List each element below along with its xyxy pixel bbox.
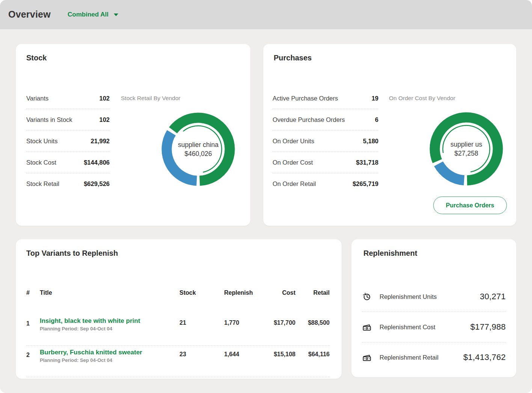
stat-label: Active Purchase Orders xyxy=(273,95,338,102)
replenishment-row-label: Replenishment Cost xyxy=(380,324,436,331)
stat-row: On Order Units 5,180 xyxy=(273,130,378,152)
stat-label: Variants in Stock xyxy=(26,116,72,123)
variant-title-link[interactable]: Insight, black tee with white print xyxy=(40,317,140,325)
top-variants-card: Top Variants to Replenish # Title Stock … xyxy=(16,239,342,379)
replenishment-row: Replenishment Units 30,271 xyxy=(362,282,506,312)
stock-retail-donut-chart[interactable]: supplier china $460,026 xyxy=(161,112,236,187)
donut-center-label-group: supplier us $27,258 xyxy=(429,111,504,186)
stat-value: $629,526 xyxy=(84,180,110,188)
replenishment-list: Replenishment Units 30,271 Replenishment… xyxy=(362,282,506,372)
stat-row: Stock Cost $144,806 xyxy=(26,152,110,173)
stat-label: On Order Units xyxy=(273,138,314,145)
connection-filter-dropdown[interactable]: Combined All xyxy=(68,11,118,18)
column-header-index: # xyxy=(26,290,30,296)
column-header-title: Title xyxy=(40,290,52,296)
stat-label: On Order Retail xyxy=(273,180,316,188)
cost-cell: $15,108 xyxy=(258,351,295,358)
replenishment-row-value: $1,413,762 xyxy=(463,352,506,362)
stat-row: Active Purchase Orders 19 xyxy=(273,88,378,109)
stat-row: Stock Retail $629,526 xyxy=(26,173,110,194)
replenishment-row-value: 30,271 xyxy=(480,292,506,302)
purchases-chart-caption: On Order Cost By Vendor xyxy=(389,95,455,102)
stat-row: Variants in Stock 102 xyxy=(26,109,110,130)
cost-cell: $17,700 xyxy=(258,320,295,326)
table-row: 2 Burberry, Fuschia knitted sweater Plan… xyxy=(26,346,330,377)
replenishment-card: Replenishment Replenishment Units 30,271 xyxy=(351,239,516,377)
variant-title-link[interactable]: Burberry, Fuschia knitted sweater xyxy=(40,349,142,356)
stock-cell: 23 xyxy=(179,351,186,358)
purchases-stats-list: Active Purchase Orders 19 Overdue Purcha… xyxy=(273,88,378,194)
column-header-replenish: Replenish xyxy=(224,290,253,296)
replenishment-title: Replenishment xyxy=(363,249,417,258)
replenishment-row-value: $177,988 xyxy=(470,322,506,332)
retail-cell: $88,500 xyxy=(296,320,330,326)
stat-value: $31,718 xyxy=(356,159,378,166)
stock-cell: 21 xyxy=(179,320,186,326)
stat-label: Overdue Purchase Orders xyxy=(273,116,345,123)
stat-row: On Order Retail $265,719 xyxy=(273,173,378,194)
stat-value: 102 xyxy=(99,116,110,123)
top-bar: Overview Combined All xyxy=(0,0,532,29)
chevron-down-icon xyxy=(114,14,118,16)
donut-vendor-name: supplier us xyxy=(451,141,482,148)
overview-page: Overview Combined All Stock Variants 102… xyxy=(0,0,532,393)
purchases-card: Purchases Active Purchase Orders 19 Over… xyxy=(263,44,516,226)
stat-label: Stock Units xyxy=(26,138,57,145)
row-index: 1 xyxy=(26,320,30,327)
column-header-retail: Retail xyxy=(296,290,330,296)
stock-card: Stock Variants 102 Variants in Stock 102… xyxy=(16,44,250,226)
stock-chart-caption: Stock Retail By Vendor xyxy=(121,95,181,102)
replenish-cell: 1,770 xyxy=(224,320,239,326)
replenish-cell: 1,644 xyxy=(224,351,239,358)
stat-row: Variants 102 xyxy=(26,88,110,109)
stat-row: Stock Units 21,992 xyxy=(26,130,110,152)
stat-label: On Order Cost xyxy=(273,159,313,166)
stat-value: $265,719 xyxy=(353,180,378,188)
cash-icon xyxy=(362,322,372,332)
stat-value: 6 xyxy=(375,116,378,123)
stat-value: 5,180 xyxy=(363,138,378,145)
variants-table-body: 1 Insight, black tee with white print Pl… xyxy=(26,314,330,377)
stat-row: Overdue Purchase Orders 6 xyxy=(273,109,378,130)
donut-vendor-value: $460,026 xyxy=(185,150,212,158)
stat-value: 21,992 xyxy=(91,138,110,145)
stat-row: On Order Cost $31,718 xyxy=(273,152,378,173)
cash-icon xyxy=(362,352,372,363)
page-title: Overview xyxy=(8,9,51,20)
donut-center-label-group: supplier china $460,026 xyxy=(161,112,236,187)
table-row: 1 Insight, black tee with white print Pl… xyxy=(26,314,330,346)
row-index: 2 xyxy=(26,352,30,358)
donut-vendor-value: $27,258 xyxy=(454,150,478,158)
donut-vendor-name: supplier china xyxy=(178,141,219,149)
on-order-cost-donut-chart[interactable]: supplier us $27,258 xyxy=(429,111,504,186)
planning-period-label: Planning Period: Sep 04-Oct 04 xyxy=(40,357,112,363)
replenishment-row-label: Replenishment Units xyxy=(380,293,437,300)
stat-value: $144,806 xyxy=(84,159,110,166)
column-header-stock: Stock xyxy=(179,290,196,296)
stock-card-title: Stock xyxy=(26,54,47,62)
purchases-card-title: Purchases xyxy=(274,54,312,62)
replenishment-row: Replenishment Retail $1,413,762 xyxy=(362,342,506,372)
stat-label: Variants xyxy=(26,95,48,102)
stat-label: Stock Cost xyxy=(26,159,56,166)
stat-value: 19 xyxy=(372,95,378,102)
planning-period-label: Planning Period: Sep 04-Oct 04 xyxy=(40,326,112,332)
purchase-orders-button[interactable]: Purchase Orders xyxy=(433,196,507,214)
replenishment-row-label: Replenishment Retail xyxy=(380,354,439,361)
stat-label: Stock Retail xyxy=(26,180,59,188)
replenishment-row: Replenishment Cost $177,988 xyxy=(362,312,506,342)
top-variants-title: Top Variants to Replenish xyxy=(26,249,118,258)
column-header-cost: Cost xyxy=(258,290,295,296)
history-icon xyxy=(362,292,372,302)
stat-value: 102 xyxy=(99,95,110,102)
stock-stats-list: Variants 102 Variants in Stock 102 Stock… xyxy=(26,88,110,194)
retail-cell: $64,116 xyxy=(296,351,330,358)
connection-filter-label: Combined All xyxy=(68,11,109,18)
